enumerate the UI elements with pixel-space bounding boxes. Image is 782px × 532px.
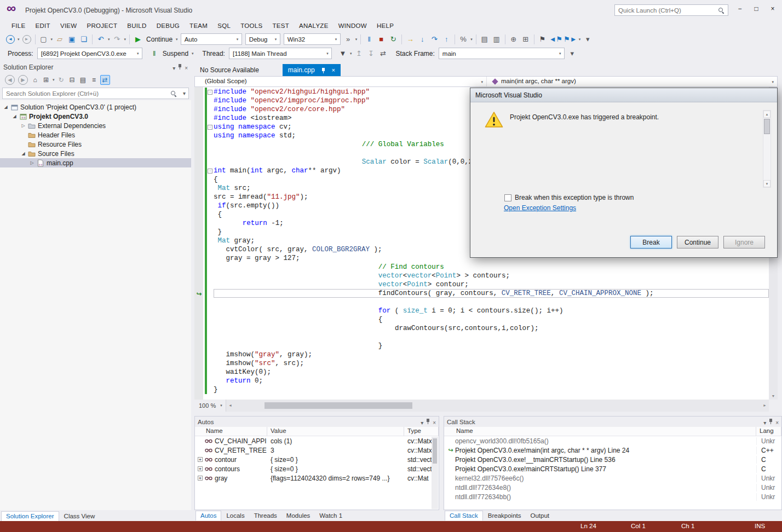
undo-icon[interactable]: ↶ [95,34,106,45]
callstack-frame[interactable]: opencv_world300.dll!0fb5165a()Unkr [444,436,781,446]
quick-launch-input[interactable] [615,7,718,14]
expand-icon[interactable]: + [198,476,203,481]
code-line[interactable]: imshow("gray", gray); [214,350,769,359]
suspend-button[interactable]: Suspend [163,50,188,57]
scrollbar-thumb[interactable] [264,402,412,409]
code-line[interactable]: waitKey(0); [214,368,769,377]
add-data-breakpoint-icon[interactable]: ⊞ [520,34,531,45]
menu-help[interactable]: HELP [372,20,399,32]
code-line[interactable] [214,298,769,307]
dropdown-chevron-icon[interactable]: ▾ [355,37,358,42]
output-window-icon[interactable]: ▥ [491,34,502,45]
dropdown-chevron-icon[interactable]: ▾ [53,78,55,82]
tree-item-source-files[interactable]: ◢Source Files [0,149,191,158]
thread-combo[interactable]: [1188] Main Thread▾ [229,48,332,59]
attach-icon[interactable]: » [343,34,354,45]
call-stack-header[interactable]: Call Stack ▾× [444,417,781,427]
expander-icon[interactable]: ▷ [20,123,27,128]
up-one-frame-icon[interactable]: ↥ [353,48,364,59]
new-file-icon[interactable]: ▢ [38,34,49,45]
open-folder-icon[interactable]: ▱ [54,34,65,45]
code-line[interactable]: // Find contours [214,263,769,271]
scrollbar-thumb[interactable] [433,438,437,464]
autos-tab-autos[interactable]: Autos [196,511,221,521]
code-line[interactable]: findContours( gray, contours, CV_RETR_TR… [214,289,769,298]
autos-row-gray[interactable]: +gray{flags=1124024320 dims=2 rows=749 .… [195,473,439,483]
se-home-icon[interactable]: ⌂ [30,75,40,85]
column-header-value[interactable]: Value [267,427,404,436]
code-line[interactable]: } [214,385,769,394]
dropdown-chevron-icon[interactable]: ▾ [124,37,127,42]
stop-debugging-icon[interactable]: ■ [376,34,387,45]
quick-launch[interactable] [614,4,728,16]
chevron-down-icon[interactable]: ▾ [220,403,222,408]
breakpoints-window-icon[interactable]: ▤ [479,34,490,45]
debug-target-combo[interactable]: Auto▾ [181,33,242,45]
chevron-down-icon[interactable]: ▾ [134,51,142,56]
continue-button[interactable]: Continue [146,36,173,43]
process-combo[interactable]: [6892] Projekt OpenCV3.0.exe▾ [37,48,142,59]
autos-row-cv-chain-appi[interactable]: CV_CHAIN_APPIcols (1)cv::Matx [195,436,439,446]
toolbar-options-icon[interactable]: ▾ [567,48,578,59]
search-box[interactable]: ▾ [2,88,189,99]
redo-icon[interactable]: ↷ [112,34,123,45]
stack-frame-combo[interactable]: main▾ [439,48,565,59]
threads-in-source-icon[interactable]: ⇄ [377,48,388,59]
code-line[interactable]: return 0; [214,377,769,385]
autos-row-contours[interactable]: +contours{ size=0 }std::vect [195,464,439,473]
chevron-down-icon[interactable]: ▾ [763,420,766,426]
autos-row-cv-retr-tree[interactable]: CV_RETR_TREE3cv::Matx [195,446,439,455]
break-exception-checkbox[interactable] [504,194,511,201]
autos-row-contour[interactable]: +contour{ size=0 }std::vect [195,455,439,464]
callstack-frame[interactable]: Projekt OpenCV3.0.exe!__tmainCRTStartup(… [444,455,781,464]
code-line[interactable]: vector<vector<Point> > contours; [214,271,769,280]
code-line[interactable]: vector<Point> contour; [214,280,769,289]
scroll-right-icon[interactable]: ► [763,403,767,407]
chevron-down-icon[interactable]: ▾ [272,37,280,42]
fold-collapse-icon[interactable]: - [208,90,212,95]
editor-tab-no-source-available[interactable]: No Source Available [194,64,264,76]
dropdown-chevron-icon[interactable]: ▾ [579,37,581,42]
tree-item-resource-files[interactable]: Resource Files [0,140,191,149]
fold-collapse-icon[interactable]: - [208,125,212,130]
chevron-down-icon[interactable]: ▾ [173,65,175,71]
pin-icon[interactable] [426,418,430,425]
open-exception-settings-link[interactable]: Open Exception Settings [504,204,576,212]
down-one-frame-icon[interactable]: ↧ [365,48,376,59]
scope-dropdown[interactable]: (Global Scope) ▾ [195,77,487,86]
se-show-all-files-icon[interactable]: ▤ [78,75,88,85]
show-next-statement-icon[interactable]: → [405,34,416,45]
step-out-icon[interactable]: ↑ [441,34,452,45]
menu-debug[interactable]: DEBUG [152,20,185,32]
nav-forward-icon[interactable]: ► [22,35,31,44]
callstack-tab-call-stack[interactable]: Call Stack [445,511,483,521]
continue-icon[interactable]: ▶ [133,34,143,45]
dialog-scrollbar[interactable]: ▲ ▼ [763,110,771,188]
next-bookmark-icon[interactable]: ⚑► [564,34,577,45]
scroll-up-icon[interactable]: ▲ [763,111,771,118]
autos-header[interactable]: Autos ▾× [195,417,439,427]
chevron-down-icon[interactable]: ▾ [481,80,483,84]
scroll-left-icon[interactable]: ◄ [228,403,232,407]
add-function-breakpoint-icon[interactable]: ⊕ [508,34,519,45]
callstack-tab-breakpoints[interactable]: Breakpoints [484,511,526,521]
autos-tab-watch-1[interactable]: Watch 1 [315,511,347,521]
dropdown-chevron-icon[interactable]: ▾ [192,51,194,56]
chevron-down-icon[interactable]: ▾ [556,51,564,56]
tree-item-header-files[interactable]: Header Files [0,130,191,140]
callstack-tab-output[interactable]: Output [526,511,554,521]
close-button[interactable]: × [764,2,781,16]
expander-icon[interactable]: ◢ [11,114,18,119]
restart-icon[interactable]: ↻ [388,34,399,45]
chevron-down-icon[interactable]: ▾ [772,80,774,84]
hex-display-icon[interactable]: % [458,34,469,45]
expander-icon[interactable]: ◢ [20,151,27,156]
save-icon[interactable]: ▣ [66,34,77,45]
chevron-down-icon[interactable]: ▾ [180,90,188,96]
callstack-frame[interactable]: kernel32.dll!7576ee6c()Unkr [444,473,781,483]
maximize-button[interactable]: □ [748,2,764,16]
se-refresh-icon[interactable]: ↻ [56,75,66,85]
explorer-tab-solution-explorer[interactable]: Solution Explorer [1,511,59,521]
expand-icon[interactable]: + [198,466,203,471]
bookmark-icon[interactable]: ⚑ [537,34,548,45]
